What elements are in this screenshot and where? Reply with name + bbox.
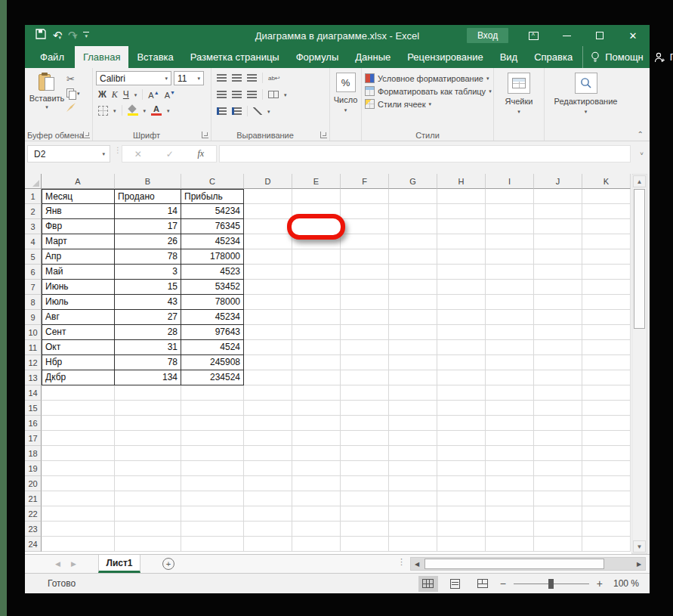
- cell-K7[interactable]: [582, 280, 631, 295]
- cell-F19[interactable]: [341, 461, 389, 476]
- number-group-collapsed[interactable]: % Число ▾: [330, 68, 362, 141]
- cell-E13[interactable]: [292, 370, 341, 385]
- underline-button[interactable]: Ч: [123, 90, 129, 99]
- cell-I4[interactable]: [486, 234, 534, 249]
- cell-H21[interactable]: [437, 491, 486, 506]
- cell-H4[interactable]: [437, 234, 486, 249]
- cell-H12[interactable]: [437, 355, 486, 370]
- zoom-out-button[interactable]: −: [500, 577, 506, 590]
- sign-in-button[interactable]: Вход: [467, 28, 508, 43]
- cell-B16[interactable]: [115, 416, 181, 431]
- cell-D14[interactable]: [244, 385, 292, 401]
- cell-F22[interactable]: [341, 506, 389, 522]
- cell-J1[interactable]: [534, 189, 582, 204]
- cell-G24[interactable]: [389, 537, 437, 552]
- formula-input[interactable]: [219, 145, 631, 163]
- cell-I9[interactable]: [486, 310, 534, 325]
- cell-D19[interactable]: [244, 461, 292, 476]
- cell-H20[interactable]: [437, 476, 486, 491]
- vertical-scroll-thumb[interactable]: [634, 189, 645, 329]
- scroll-down-arrow[interactable]: ▼: [633, 540, 646, 553]
- cell-B13[interactable]: 134: [115, 370, 181, 385]
- row-header-9[interactable]: 9: [25, 310, 42, 325]
- cell-E18[interactable]: [292, 446, 341, 461]
- font-name-select[interactable]: Calibri▾: [96, 71, 171, 85]
- column-header-J[interactable]: J: [534, 174, 582, 189]
- cell-E15[interactable]: [292, 401, 341, 416]
- collapse-ribbon-chevron[interactable]: ⌃: [637, 130, 644, 138]
- paste-dropdown-caret[interactable]: ▾: [45, 104, 48, 110]
- cell-F23[interactable]: [341, 522, 389, 537]
- next-sheet-arrow[interactable]: ▶: [71, 560, 76, 568]
- cell-I8[interactable]: [486, 295, 534, 310]
- formula-bar-grip[interactable]: ⋮: [114, 149, 122, 152]
- cell-A24[interactable]: [42, 537, 115, 552]
- row-header-10[interactable]: 10: [25, 325, 42, 340]
- cell-B18[interactable]: [115, 446, 181, 461]
- row-header-14[interactable]: 14: [25, 385, 42, 401]
- column-header-K[interactable]: K: [582, 174, 631, 189]
- cell-B23[interactable]: [115, 522, 181, 537]
- tab-bar-splitter[interactable]: ⋮: [397, 557, 406, 567]
- column-header-D[interactable]: D: [244, 174, 292, 189]
- cell-I14[interactable]: [486, 385, 534, 401]
- cell-C14[interactable]: [181, 385, 244, 401]
- merge-center-caret[interactable]: ▾: [284, 92, 287, 98]
- cell-H15[interactable]: [437, 401, 486, 416]
- cell-I23[interactable]: [486, 522, 534, 537]
- close-button[interactable]: ✕: [616, 25, 650, 46]
- cell-I6[interactable]: [486, 265, 534, 280]
- cell-E5[interactable]: [292, 249, 341, 265]
- cell-A9[interactable]: Авг: [42, 310, 115, 325]
- cell-A4[interactable]: Март: [42, 234, 115, 249]
- row-header-24[interactable]: 24: [25, 537, 42, 552]
- column-header-H[interactable]: H: [437, 174, 486, 189]
- row-header-21[interactable]: 21: [25, 491, 42, 506]
- cell-D12[interactable]: [244, 355, 292, 370]
- cell-C10[interactable]: 97643: [181, 325, 244, 340]
- cell-G1[interactable]: [389, 189, 437, 204]
- cell-I15[interactable]: [486, 401, 534, 416]
- cell-A17[interactable]: [42, 431, 115, 446]
- redo-button[interactable]: ↷▾: [68, 29, 76, 42]
- cell-E14[interactable]: [292, 385, 341, 401]
- cell-G10[interactable]: [389, 325, 437, 340]
- paste-button[interactable]: Вставить ▾: [30, 71, 63, 128]
- cell-E19[interactable]: [292, 461, 341, 476]
- assistant-tab[interactable]: Помощн: [582, 46, 644, 68]
- orientation-caret[interactable]: ▾: [267, 109, 270, 114]
- cell-J21[interactable]: [534, 491, 582, 506]
- sheet-tab-list1[interactable]: Лист1: [98, 555, 140, 573]
- cell-F21[interactable]: [341, 491, 389, 506]
- cell-H14[interactable]: [437, 385, 486, 401]
- cell-C9[interactable]: 45234: [181, 310, 244, 325]
- cell-C20[interactable]: [181, 476, 244, 491]
- cell-E16[interactable]: [292, 416, 341, 431]
- cell-K4[interactable]: [582, 234, 631, 249]
- column-header-A[interactable]: A: [42, 174, 115, 189]
- cell-E10[interactable]: [292, 325, 341, 340]
- cell-D20[interactable]: [244, 476, 292, 491]
- cell-I12[interactable]: [486, 355, 534, 370]
- cell-G12[interactable]: [389, 355, 437, 370]
- cell-A3[interactable]: Фвр: [42, 219, 115, 234]
- clipboard-dialog-launcher[interactable]: [83, 132, 90, 138]
- column-header-F[interactable]: F: [341, 174, 389, 189]
- cell-H6[interactable]: [437, 265, 486, 280]
- cell-A23[interactable]: [42, 522, 115, 537]
- cell-B5[interactable]: 78: [115, 249, 181, 265]
- cell-F24[interactable]: [341, 537, 389, 552]
- cell-C8[interactable]: 78000: [181, 295, 244, 310]
- cell-G7[interactable]: [389, 280, 437, 295]
- cell-J13[interactable]: [534, 370, 582, 385]
- wrap-text-button[interactable]: ab↩: [268, 75, 280, 82]
- tab-Вид[interactable]: Вид: [492, 46, 526, 68]
- cell-E24[interactable]: [292, 537, 341, 552]
- cell-C4[interactable]: 45234: [181, 234, 244, 249]
- column-header-G[interactable]: G: [389, 174, 437, 189]
- cell-F17[interactable]: [341, 431, 389, 446]
- cell-F15[interactable]: [341, 401, 389, 416]
- cell-I3[interactable]: [486, 219, 534, 234]
- name-box-caret[interactable]: ▾: [102, 151, 105, 156]
- cell-C18[interactable]: [181, 446, 244, 461]
